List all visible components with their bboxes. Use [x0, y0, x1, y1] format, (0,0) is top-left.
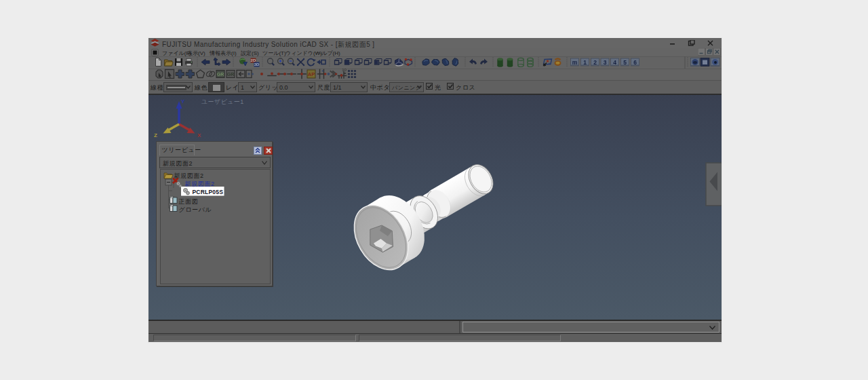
svg-text:Z: Z	[154, 132, 157, 138]
svg-text:GR: GR	[217, 72, 224, 77]
svg-text:3D: 3D	[254, 62, 260, 66]
svg-text:ユーザビュー1: ユーザビュー1	[201, 98, 244, 105]
svg-text:6: 6	[633, 59, 637, 66]
svg-text:4: 4	[613, 59, 616, 66]
svg-text:Y: Y	[181, 98, 185, 104]
svg-text:3: 3	[604, 59, 607, 66]
svg-text:5: 5	[623, 59, 627, 66]
svg-text:AP: AP	[308, 71, 315, 77]
svg-text:2: 2	[593, 59, 597, 66]
svg-text:X: X	[197, 132, 201, 138]
svg-text:1: 1	[583, 59, 587, 66]
svg-text:10: 10	[342, 68, 347, 72]
svg-text:2D: 2D	[251, 58, 256, 62]
svg-text:GR: GR	[227, 72, 235, 77]
svg-text:m: m	[572, 59, 578, 66]
